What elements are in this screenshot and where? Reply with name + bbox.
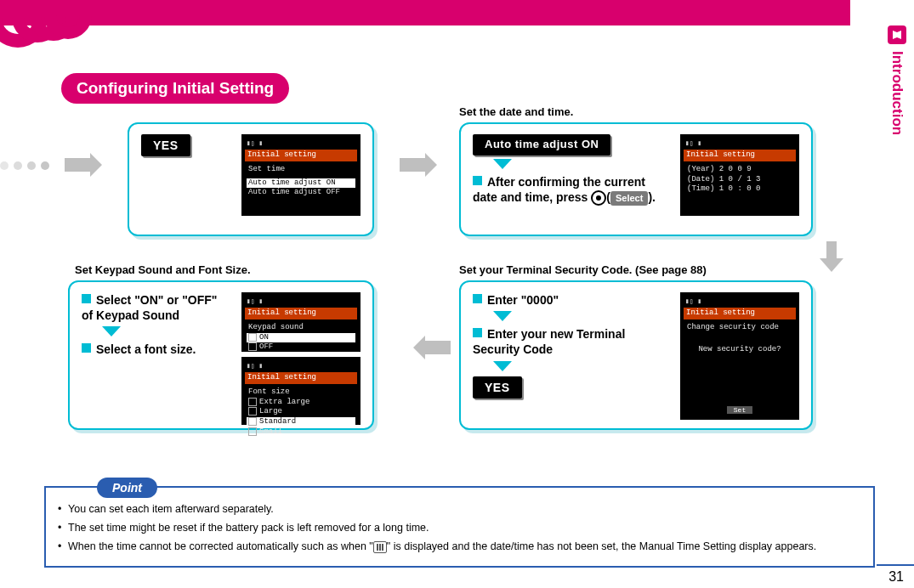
svg-marker-4 [493,159,512,169]
chevron-down-icon [493,159,670,171]
point-box: Point You can set each item afterward se… [44,486,875,568]
flow-arrow-icon [400,153,451,177]
point-item: When the time cannot be corrected automa… [58,539,861,554]
yes-button[interactable]: YES [141,134,190,156]
screen-security: ▮▯ ▮ Initial setting Change security cod… [680,292,799,420]
flow-arrow-icon [65,153,116,177]
svg-marker-0 [65,153,102,177]
panel-yes: YES ▮▯ ▮ Initial setting Set time Auto t… [128,122,374,236]
svg-marker-2 [413,336,451,359]
book-icon [888,25,906,44]
screen-set-time: ▮▯ ▮ Initial setting Set time Auto time … [241,134,360,216]
point-item: The set time might be reset if the batte… [58,520,861,535]
caption-security: Set your Terminal Security Code. (See pa… [459,263,707,276]
auto-time-button[interactable]: Auto time adjust ON [473,134,610,155]
page-number: 31 [888,569,904,585]
page-divider [877,564,914,566]
yes-button[interactable]: YES [473,376,522,399]
section-heading: Configuring Initial Setting [61,73,289,104]
keypad-step2: Select a font size. [96,342,196,356]
panel-autotime: Auto time adjust ON After confirming the… [459,122,813,236]
center-key-icon [591,190,606,206]
panel-security: Enter "0000" Enter your new Terminal Sec… [459,280,813,430]
panel-keypad: Select "ON" or "OFF" of Keypad Sound Sel… [68,280,374,430]
caption-datetime: Set the date and time. [459,105,573,118]
no-signal-icon [373,541,387,553]
flow-arrow-down-icon [820,241,843,274]
point-item: You can set each item afterward separate… [58,501,861,517]
svg-marker-1 [400,153,437,177]
chevron-down-icon [493,311,670,323]
security-step2: Enter your new Terminal Security Code [473,327,625,356]
select-softkey: Select [610,191,648,205]
screen-date-display: ▮▯ ▮ Initial setting (Year) 2 0 0 9 (Dat… [680,134,799,216]
caption-keypad: Set Keypad Sound and Font Size. [75,263,251,276]
side-tab: Introduction [880,25,914,195]
screen-font-size: ▮▯ ▮ Initial setting Font size Extra lar… [241,357,360,425]
svg-marker-3 [820,241,843,272]
keypad-step1: Select "ON" or "OFF" of Keypad Sound [82,293,217,322]
svg-marker-7 [102,326,121,336]
svg-marker-5 [493,311,512,321]
section-label: Introduction [888,51,905,135]
chevron-down-icon [102,326,231,338]
svg-marker-6 [493,361,512,371]
top-bar [0,0,850,25]
autotime-instruction: After confirming the current date and ti… [473,175,656,204]
screen-keypad-sound: ▮▯ ▮ Initial setting Keypad sound ON OFF [241,292,360,352]
flow-arrow-icon [400,336,451,359]
chevron-down-icon [493,361,670,373]
point-tag: Point [97,478,157,498]
security-step1: Enter "0000" [487,293,559,307]
page: Introduction Configuring Initial Setting… [0,0,914,588]
lead-dots [0,161,49,170]
